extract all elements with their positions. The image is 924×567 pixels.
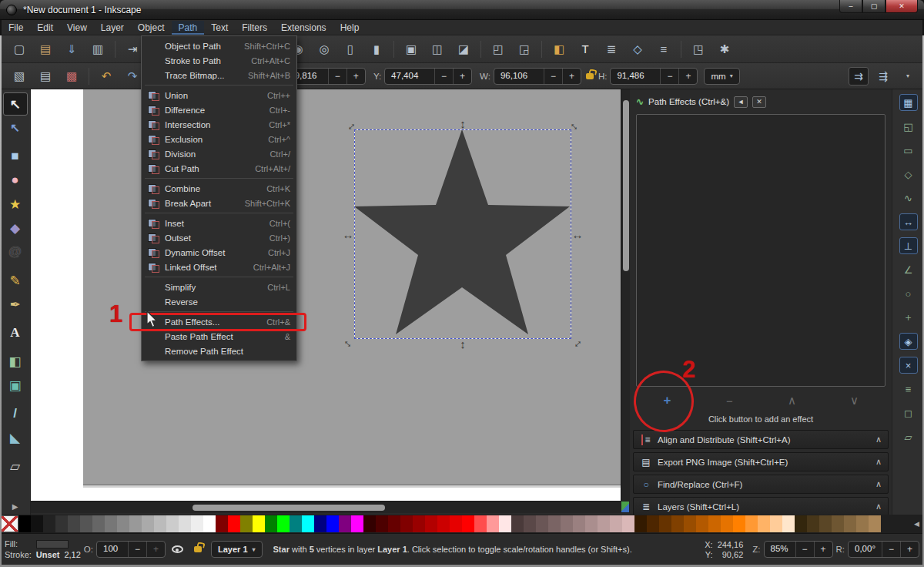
ungroup-objects[interactable]: ◲	[514, 39, 535, 59]
palette-swatch[interactable]	[179, 515, 191, 532]
path-menu-item[interactable]: Intersection Ctrl+*	[142, 117, 296, 132]
path-menu-item[interactable]: Union Ctrl++	[142, 88, 296, 102]
pencil-tool[interactable]: ✎	[3, 269, 28, 292]
path-menu-item[interactable]: Outset Ctrl+)	[142, 230, 296, 245]
layer-visibility-eye-icon[interactable]	[172, 545, 183, 553]
align-distribute-dialog[interactable]: ≡	[653, 39, 675, 59]
command-button-icon[interactable]	[480, 41, 481, 58]
palette-swatch[interactable]	[68, 515, 80, 532]
snap-object-centers[interactable]: ◈	[899, 333, 918, 350]
layers-dialog[interactable]: ≣	[601, 39, 622, 59]
path-menu-item[interactable]	[142, 176, 296, 181]
palette-scroll-left-icon[interactable]: ◀	[914, 520, 919, 528]
palette-swatch[interactable]	[487, 515, 499, 532]
path-menu-item[interactable]	[142, 82, 296, 88]
dock-section-header[interactable]: Export PNG Image (Shift+Ctrl+E) ∧	[633, 452, 889, 471]
palette-swatch[interactable]	[573, 515, 585, 532]
palette-swatch[interactable]	[671, 515, 684, 532]
h-increment-button[interactable]: +	[678, 69, 697, 84]
palette-swatch[interactable]	[142, 515, 154, 532]
w-increment-button[interactable]: +	[562, 69, 581, 84]
palette-swatch[interactable]	[474, 515, 487, 532]
chevron-up-icon[interactable]: ∧	[875, 457, 882, 467]
scale-handle-s-icon[interactable]	[457, 337, 469, 350]
path-menu-item[interactable]: Exclusion Ctrl+^	[142, 132, 296, 146]
palette-swatch[interactable]	[832, 515, 844, 532]
layer-lock-icon[interactable]	[194, 546, 202, 552]
chevron-up-icon[interactable]: ∧	[875, 502, 882, 512]
snap-nodes[interactable]: ∿	[899, 190, 918, 206]
canvas[interactable]	[31, 89, 621, 501]
snap-path-intersections[interactable]: ⊥	[899, 237, 918, 254]
path-menu-item[interactable]	[142, 309, 296, 314]
path-menu-item[interactable]: Dynamic Offset Ctrl+J	[142, 245, 296, 260]
open-document[interactable]: ▤	[35, 39, 56, 59]
color-management-icon[interactable]	[621, 501, 630, 513]
scale-handle-e-icon[interactable]	[571, 228, 584, 240]
path-menu-item[interactable]: Linked Offset Ctrl+Alt+J	[142, 260, 296, 274]
import-bitmap[interactable]: ⇥	[122, 39, 143, 59]
palette-swatch[interactable]	[770, 515, 782, 532]
menubar-item[interactable]: Filters	[235, 21, 274, 35]
text-tool[interactable]: A	[3, 321, 28, 344]
palette-swatch[interactable]	[708, 515, 721, 532]
palette-swatch[interactable]	[290, 515, 302, 532]
palette-swatch[interactable]	[351, 515, 363, 532]
path-menu-item[interactable]: Stroke to Path Ctrl+Alt+C	[142, 53, 296, 68]
toolbox-more[interactable]: ▶	[3, 501, 28, 512]
palette-swatch[interactable]	[265, 515, 277, 532]
palette-swatch[interactable]	[450, 515, 462, 532]
palette-swatch[interactable]	[844, 515, 856, 532]
move-effect-up-button[interactable]: ∧	[771, 391, 814, 410]
panel-close-button[interactable]: ✕	[752, 96, 766, 108]
path-menu-item[interactable]: Path Effects... Ctrl+&	[142, 314, 296, 329]
document-properties[interactable]: ◳	[688, 39, 709, 59]
print-document[interactable]: ▥	[87, 39, 109, 59]
h-decrement-button[interactable]: −	[660, 69, 678, 84]
path-menu-item[interactable]: Combine Ctrl+K	[142, 181, 296, 196]
palette-swatch[interactable]	[869, 515, 881, 532]
snap-paths[interactable]: ↔	[899, 213, 918, 230]
menubar-item[interactable]: Edit	[30, 21, 60, 35]
rotate-90-ccw[interactable]: ↶	[95, 66, 117, 86]
chevron-up-icon[interactable]: ∧	[875, 479, 882, 489]
path-menu-item[interactable]: Reverse	[142, 294, 296, 309]
palette-swatch[interactable]	[536, 515, 548, 532]
palette-swatch[interactable]	[400, 515, 413, 532]
snap-grids[interactable]: ▱	[899, 428, 918, 445]
x-increment-button[interactable]: +	[346, 69, 365, 84]
opacity-increment-button[interactable]: +	[146, 542, 165, 557]
duplicate[interactable]: ▣	[400, 39, 422, 59]
palette-swatch[interactable]	[129, 515, 142, 532]
layer-selector-dropdown[interactable]: Layer 1 ▾	[211, 541, 263, 558]
maximize-button[interactable]: ▢	[862, 0, 886, 13]
snap-smooth-nodes[interactable]: ○	[899, 285, 918, 302]
snap-enable[interactable]: ▦	[899, 94, 918, 111]
snap-midpoints[interactable]: ＋	[899, 309, 918, 326]
w-decrement-button[interactable]: −	[544, 69, 562, 84]
dropper-tool[interactable]: /	[3, 402, 28, 425]
palette-swatch[interactable]	[191, 515, 203, 532]
horizontal-scrollbar-thumb[interactable]	[192, 505, 385, 511]
tool-option-icon[interactable]	[89, 68, 89, 85]
palette-swatch[interactable]	[339, 515, 351, 532]
units-dropdown[interactable]: mm ▾	[704, 68, 739, 85]
path-menu-item[interactable]: Simplify Ctrl+L	[142, 280, 296, 294]
path-menu-item[interactable]: Division Ctrl+/	[142, 146, 296, 161]
palette-swatch[interactable]	[326, 515, 339, 532]
box3d-tool[interactable]: ◆	[3, 216, 28, 240]
y-increment-button[interactable]: +	[453, 69, 471, 84]
palette-swatch[interactable]	[314, 515, 326, 532]
lock-ratio-icon[interactable]	[586, 73, 594, 79]
menubar-item[interactable]: Text	[204, 21, 235, 35]
palette-swatch[interactable]	[733, 515, 745, 532]
eraser-tool[interactable]: ▱	[3, 455, 28, 478]
zoom-value[interactable]: 85%	[765, 542, 795, 557]
palette-swatch[interactable]	[499, 515, 511, 532]
close-button[interactable]: ✕	[886, 0, 918, 13]
snap-page-border[interactable]: ◻	[899, 404, 918, 421]
path-menu-item[interactable]: Remove Path Effect	[142, 344, 296, 358]
gradient-tool[interactable]: ◧	[3, 350, 28, 373]
palette-swatch[interactable]	[856, 515, 869, 532]
menubar-item[interactable]: Object	[131, 21, 172, 35]
